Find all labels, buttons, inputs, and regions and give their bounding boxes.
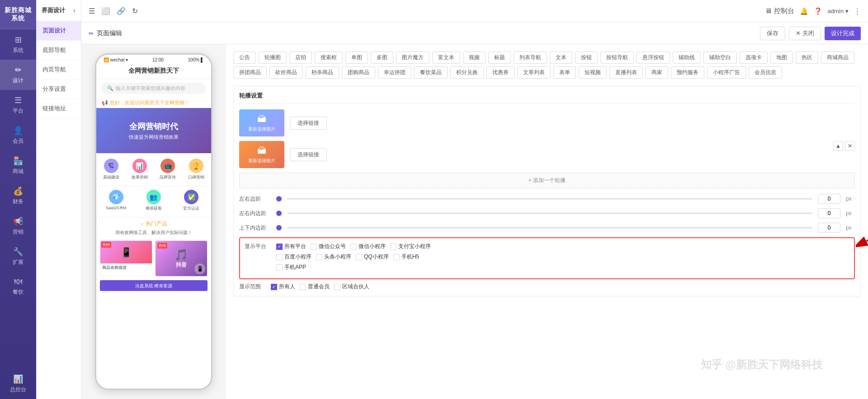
padding-lr-input[interactable] [818,208,840,218]
component-tag-文本[interactable]: 文本 [550,52,572,64]
component-tag-辅助空白[interactable]: 辅助空白 [703,52,737,64]
checkbox-alipay-mini-icon[interactable] [390,244,396,250]
sidebar-item-finance[interactable]: 💰 财务 [0,181,36,211]
component-tag-商城商品[interactable]: 商城商品 [821,52,854,64]
icon-item-1[interactable]: 📊 效果营销 [127,157,153,182]
nav-item-link-address[interactable]: 链接地址 [36,99,81,118]
menu-icon[interactable]: ☰ [89,7,95,15]
component-tag-会员信息[interactable]: 会员信息 [749,66,782,79]
sidebar-item-shop[interactable]: 🏪 商城 [0,150,36,181]
component-tag-餐饮菜品[interactable]: 餐饮菜品 [414,66,448,79]
checkbox-mobile-app-icon[interactable] [276,264,283,271]
sidebar-item-expand[interactable]: 🔧 扩展 [0,241,36,272]
component-tag-预约服务[interactable]: 预约服务 [671,66,704,79]
padding-tb-slider[interactable] [287,227,812,229]
fullscreen-icon[interactable]: ⬜ [101,7,110,15]
carousel-image-1[interactable]: 🏔 重新选择图片 [239,141,284,168]
sidebar-item-design[interactable]: ✏ 设计 [0,60,36,90]
product-card-0[interactable]: 热销 📱 商品名称描述 [100,240,152,277]
checkbox-range-member-icon[interactable] [300,284,306,290]
component-tag-单图[interactable]: 单图 [345,52,368,64]
checkbox-baidu-mini-icon[interactable] [276,254,283,260]
sidebar-item-total[interactable]: 📊 总控台 [0,369,36,399]
component-tag-公告[interactable]: 公告 [233,52,256,64]
help-icon[interactable]: ❓ [814,7,822,15]
margin-lr-input[interactable] [818,194,840,204]
admin-dropdown[interactable]: admin ▾ [828,8,849,14]
sidebar-item-marketing[interactable]: 📢 营销 [0,211,36,241]
component-tag-地图[interactable]: 地图 [770,52,793,64]
component-tag-按钮导航[interactable]: 按钮导航 [600,52,634,64]
checkbox-wechat-mini-icon[interactable] [350,244,357,250]
component-tag-表单[interactable]: 表单 [553,66,576,79]
component-tag-团购商品[interactable]: 团购商品 [342,66,375,79]
nav-panel-collapse-btn[interactable]: ‹ [73,6,75,14]
component-tag-轮播图[interactable]: 轮播图 [259,52,287,64]
checkbox-range-all-icon[interactable]: ✓ [271,284,277,290]
icon-item-3[interactable]: 🏆 口碑营销 [183,157,210,182]
icon-item-6[interactable]: ✅ 官方认证 [174,188,209,213]
padding-lr-slider[interactable] [287,212,812,214]
nav-item-share-settings[interactable]: 分享设置 [36,80,81,99]
component-tag-搜索框[interactable]: 搜索框 [315,52,343,64]
icon-item-0[interactable]: 🏗 基础建设 [98,157,125,182]
refresh-icon[interactable]: ↻ [132,7,138,15]
component-tag-按钮[interactable]: 按钮 [575,52,598,64]
carousel-link-btn-1[interactable]: 选择链接 [290,148,327,161]
component-tag-辅助线[interactable]: 辅助线 [673,52,701,64]
icon-item-4[interactable]: 💎 SaaS/CRM [98,188,134,213]
component-tag-小程序广告[interactable]: 小程序广告 [707,66,746,79]
component-tag-富文本[interactable]: 富文本 [432,52,460,64]
add-carousel-btn[interactable]: + 添加一个轮播 [239,173,855,188]
component-tag-列表导航[interactable]: 列表导航 [514,52,547,64]
component-tag-多图[interactable]: 多图 [371,52,393,64]
icon-item-5[interactable]: 👥 稀准获客 [136,188,171,213]
nav-item-page-design[interactable]: 页面设计 [36,21,81,41]
component-tag-图片魔方[interactable]: 图片魔方 [396,52,429,64]
component-tag-砍价商品[interactable]: 砍价商品 [269,66,303,79]
component-tag-直播列表[interactable]: 直播列表 [609,66,643,79]
carousel-link-btn-0[interactable]: 选择链接 [290,117,327,130]
nav-item-footer-nav[interactable]: 底部导航 [36,41,81,60]
component-tag-幸运拼团[interactable]: 幸运拼团 [378,66,411,79]
component-tag-积分兑换[interactable]: 积分兑换 [450,66,484,79]
component-tag-悬浮按钮[interactable]: 悬浮按钮 [637,52,670,64]
checkbox-qq-mini-icon[interactable] [356,254,362,260]
component-tag-拼团商品[interactable]: 拼团商品 [233,66,267,79]
margin-lr-slider[interactable] [287,198,812,200]
checkbox-all-icon[interactable]: ✓ [276,244,283,250]
sidebar-item-member[interactable]: 👤 会员 [0,120,36,150]
component-tag-热区[interactable]: 热区 [796,52,818,64]
save-button[interactable]: 保存 [760,27,785,40]
sidebar-item-system[interactable]: ⊞ 系统 [0,29,36,60]
close-button[interactable]: ✕ 关闭 [789,27,821,40]
component-tag-秒杀商品[interactable]: 秒杀商品 [306,66,339,79]
notification-bell-icon[interactable]: 🔔 [800,7,808,15]
component-tag-商家[interactable]: 商家 [646,66,668,79]
product-card-1[interactable]: 热销 🎵 抖音 📱 [155,240,208,277]
control-panel-btn[interactable]: 🖥 控制台 [765,7,794,15]
component-tag-店招[interactable]: 店招 [289,52,312,64]
checkbox-range-regional-icon[interactable] [334,284,340,290]
component-tag-选项卡[interactable]: 选项卡 [740,52,768,64]
checkbox-mobile-h5-icon[interactable] [393,254,400,260]
move-up-btn[interactable]: ▲ [833,141,843,151]
phone-search-bar[interactable]: 🔍 输入关键字搜索您感兴趣的内容 [102,83,206,94]
sidebar-item-platform[interactable]: ☰ 平台 [0,90,36,120]
done-button[interactable]: 设计完成 [825,27,861,40]
link-icon[interactable]: 🔗 [117,7,126,15]
remove-btn[interactable]: ✕ [845,141,855,151]
icon-item-2[interactable]: 📺 品牌宣传 [155,157,181,182]
component-tag-视频[interactable]: 视频 [463,52,486,64]
component-tag-文章列表[interactable]: 文章列表 [517,66,551,79]
sidebar-item-food[interactable]: 🍽 餐饮 [0,272,36,301]
component-tag-标题[interactable]: 标题 [488,52,511,64]
padding-tb-input[interactable] [818,223,840,233]
more-options-icon[interactable]: ⋮ [854,7,861,15]
checkbox-wechat-mp-icon[interactable] [311,244,317,250]
component-tag-优惠券[interactable]: 优惠券 [486,66,514,79]
component-tag-短视频[interactable]: 短视频 [579,66,607,79]
checkbox-toutiao-mini-icon[interactable] [316,254,322,260]
carousel-image-0[interactable]: 🏔 重新选择图片 [239,109,284,136]
nav-item-inner-nav[interactable]: 内页导航 [36,60,81,80]
